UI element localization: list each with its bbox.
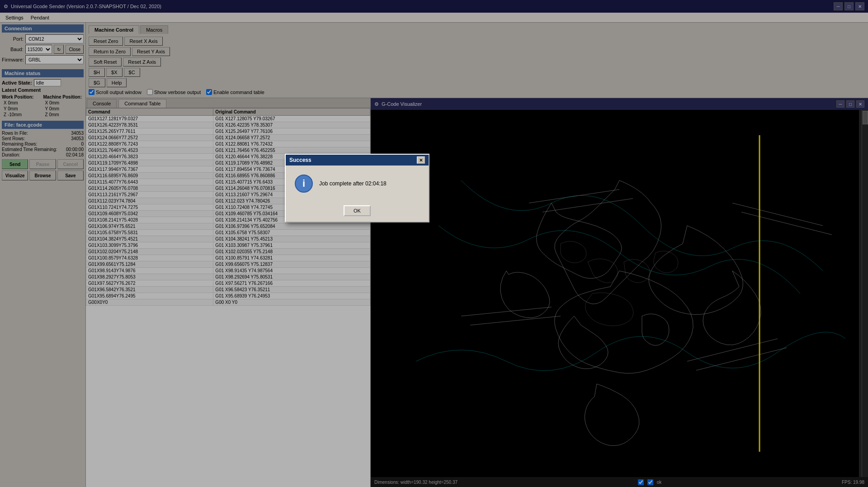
modal-message: Job complete after 02:04:18 [319,180,387,187]
success-modal: Success ✕ i Job complete after 02:04:18 … [285,154,429,222]
modal-close-button[interactable]: ✕ [417,156,425,164]
modal-info-icon: i [295,175,313,193]
modal-ok-button[interactable]: OK [344,205,371,216]
modal-title: Success [289,157,311,163]
modal-overlay[interactable]: Success ✕ i Job complete after 02:04:18 … [0,0,868,487]
